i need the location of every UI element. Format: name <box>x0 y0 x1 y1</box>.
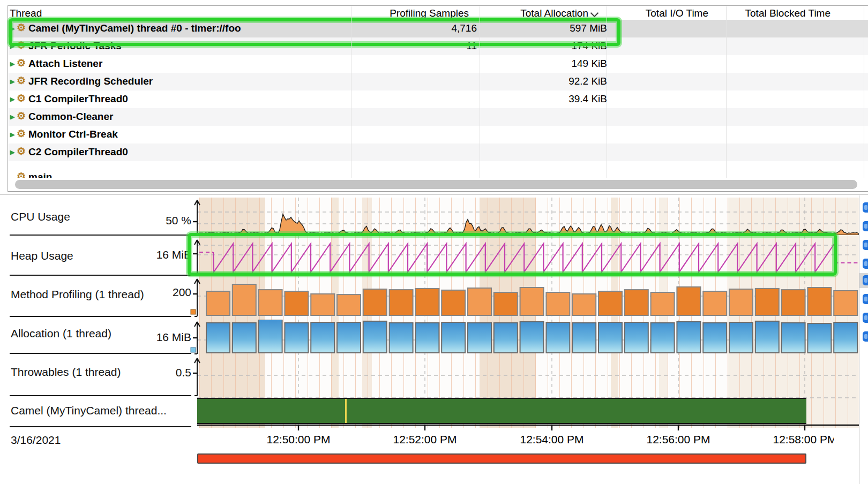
lane-separator <box>10 235 191 236</box>
expand-triangle-icon[interactable]: ▶ <box>10 114 14 120</box>
expand-triangle-icon[interactable]: ▶ <box>10 96 14 103</box>
time-tick-label: 12:58:00 PM <box>757 433 834 446</box>
thread-row[interactable]: ▶⚙Camel (MyTinyCamel) thread #0 - timer:… <box>8 20 868 37</box>
lane-separator <box>10 275 191 276</box>
lane-settings-glyph <box>864 297 867 301</box>
thread-name: JFR Periodic Tasks <box>28 40 122 52</box>
total-allocation-value: 149 KiB <box>489 58 607 71</box>
thread-row[interactable]: ▶⚙Attach Listener149 KiB <box>8 55 868 73</box>
column-separator <box>351 6 351 178</box>
lane-settings-glyph <box>864 315 867 320</box>
lane-options-rail <box>859 195 868 484</box>
thread-row[interactable]: ▶⚙JFR Recording Scheduler92.2 KiB <box>8 73 868 90</box>
thread-name: C1 CompilerThread0 <box>28 93 128 105</box>
expand-triangle-icon[interactable]: ▶ <box>10 131 14 138</box>
lane-event-marker <box>345 399 347 423</box>
lane-settings-button[interactable] <box>863 275 868 285</box>
lane-settings-button[interactable] <box>863 221 868 231</box>
lane-axis-value-3: 200 <box>129 286 191 299</box>
lane-settings-glyph <box>864 205 867 210</box>
time-tick-label: 12:56:00 PM <box>630 433 727 446</box>
thread-gear-icon: ⚙ <box>17 74 26 87</box>
lane-axis-value-4: 16 MiB <box>129 331 191 344</box>
allocation-chart[interactable] <box>197 320 860 353</box>
thread-name: Camel (MyTinyCamel) thread #0 - timer://… <box>28 22 241 34</box>
total-allocation-value: 174 KiB <box>489 40 607 53</box>
method-profiling-chart[interactable] <box>197 277 860 316</box>
lane-settings-glyph <box>864 261 867 266</box>
lane-settings-button[interactable] <box>863 313 868 323</box>
lane-settings-button[interactable] <box>863 240 868 250</box>
thread-name: Monitor Ctrl-Break <box>28 128 118 140</box>
thread-row[interactable]: ⚙main <box>8 161 868 178</box>
thread-gear-icon: ⚙ <box>17 57 26 69</box>
thread-row[interactable]: ▶⚙C1 CompilerThread039.4 KiB <box>8 90 868 108</box>
lane-settings-button[interactable] <box>863 294 868 304</box>
column-separator <box>726 6 727 178</box>
thread-table-panel: Thread Profiling Samples Total Allocatio… <box>0 0 868 194</box>
thread-gear-icon: ⚙ <box>17 170 26 178</box>
column-header-total-io-time[interactable]: Total I/O Time <box>601 7 708 20</box>
lane-settings-glyph <box>864 224 867 229</box>
lane-label-5: Throwables (1 thread) <box>11 366 121 379</box>
date-label: 3/16/2021 <box>11 434 61 447</box>
time-tick-label: 12:50:00 PM <box>250 433 347 446</box>
column-header-profiling-samples[interactable]: Profiling Samples <box>362 7 469 20</box>
thread-profiling-window: Thread Profiling Samples Total Allocatio… <box>0 0 868 484</box>
thread-gear-icon: ⚙ <box>17 110 26 122</box>
profiling-samples-value: 4,716 <box>370 22 477 35</box>
thread-name: C2 CompilerThread0 <box>28 146 128 158</box>
column-separator <box>607 6 607 178</box>
thread-gear-icon: ⚙ <box>17 145 26 157</box>
thread-row[interactable]: ▶⚙Common-Cleaner <box>8 108 868 126</box>
thread-gear-icon: ⚙ <box>17 21 26 34</box>
expand-triangle-icon[interactable]: ▶ <box>10 61 14 67</box>
lane-settings-button[interactable] <box>863 259 868 269</box>
thread-row[interactable]: ▶⚙C2 CompilerThread0 <box>8 143 868 161</box>
thread-row[interactable]: ▶⚙JFR Periodic Tasks11174 KiB <box>8 37 868 55</box>
thread-name: JFR Recording Scheduler <box>28 75 153 87</box>
thread-name: Attach Listener <box>28 58 102 70</box>
lane-label-2: Heap Usage <box>11 249 73 262</box>
lane-axes <box>188 196 201 421</box>
total-allocation-value: 597 MiB <box>489 22 607 35</box>
profiling-samples-value: 11 <box>370 40 477 53</box>
thread-row[interactable]: ▶⚙Monitor Ctrl-Break <box>8 126 868 143</box>
total-allocation-value: 92.2 KiB <box>489 75 607 88</box>
lane-axis-value-1: 50 % <box>129 214 191 227</box>
thread-name: main <box>28 171 52 178</box>
expand-triangle-icon[interactable]: ▶ <box>10 149 14 156</box>
lane-label-6: Camel (MyTinyCamel) thread... <box>11 404 167 417</box>
column-header-total-allocation[interactable]: Total Allocation <box>481 7 588 20</box>
timeline-scrollbar[interactable] <box>197 453 806 464</box>
column-header-thread[interactable]: Thread <box>10 7 42 20</box>
lane-separator <box>10 395 191 396</box>
thread-gear-icon: ⚙ <box>17 92 26 104</box>
lane-settings-glyph <box>864 278 867 283</box>
table-horizontal-scrollbar-thumb[interactable] <box>15 180 857 189</box>
lane-label-1: CPU Usage <box>11 210 70 223</box>
thread-name: Common-Cleaner <box>28 111 113 123</box>
table-horizontal-scrollbar-track[interactable] <box>8 178 867 190</box>
heap-usage-chart[interactable] <box>197 238 860 275</box>
lane-label-4: Allocation (1 thread) <box>11 327 111 340</box>
column-separator <box>864 6 864 178</box>
cpu-usage-chart[interactable] <box>197 198 860 235</box>
lane-label-3: Method Profiling (1 thread) <box>11 288 144 301</box>
thread-activity-lane[interactable] <box>197 398 806 424</box>
lane-settings-button[interactable] <box>863 202 868 213</box>
time-axis-labels: 12:50:00 PM12:52:00 PM12:54:00 PM12:56:0… <box>197 433 834 448</box>
expand-triangle-icon[interactable]: ▶ <box>10 78 14 85</box>
column-header-total-blocked-time[interactable]: Total Blocked Time <box>723 7 830 20</box>
expand-triangle-icon[interactable]: ▶ <box>10 25 14 32</box>
lane-axis-value-2: 16 MiB <box>129 248 191 261</box>
lane-separator <box>10 353 191 354</box>
lane-axis-value-5: 0.5 <box>129 366 191 379</box>
lane-settings-button[interactable] <box>863 331 868 342</box>
expand-triangle-icon[interactable]: ▶ <box>10 43 14 50</box>
total-allocation-value: 39.4 KiB <box>489 93 607 106</box>
time-tick-label: 12:52:00 PM <box>377 433 473 446</box>
column-separator <box>480 6 480 178</box>
time-tick-label: 12:54:00 PM <box>504 433 600 446</box>
lane-settings-glyph <box>864 334 867 339</box>
